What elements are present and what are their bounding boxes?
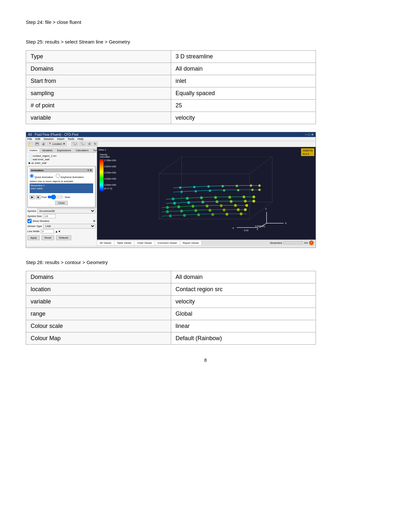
tab-outline[interactable]: Outline: [27, 148, 39, 153]
table26-cell-label: location: [26, 283, 171, 296]
play-button[interactable]: ▶: [30, 195, 35, 199]
keyframe-anim-label[interactable]: Keyframe Animation: [56, 174, 84, 179]
tab-variables[interactable]: Variables: [40, 148, 54, 153]
menu-session[interactable]: Session: [44, 137, 54, 141]
table26-row: location Contact region src: [26, 283, 316, 296]
show-streams-checkbox[interactable]: [27, 219, 32, 223]
anim-item-streamline[interactable]: Streamline 1: [30, 184, 93, 187]
svg-point-29: [214, 196, 217, 199]
tab-calculators[interactable]: Calculators: [74, 148, 91, 153]
menu-help[interactable]: Help: [78, 137, 84, 141]
table25-row: Start from inlet: [26, 75, 316, 87]
svg-text:Y: Y: [265, 208, 267, 211]
defaults-button[interactable]: Defaults: [56, 235, 71, 240]
ansys-logo: ANSYSR14.5: [301, 148, 314, 156]
progress-icon: ⊡: [309, 241, 314, 245]
svg-point-53: [258, 189, 260, 191]
table26-cell-value: linear: [171, 320, 316, 332]
table26-row: range Global: [26, 308, 316, 320]
velocity-title: Velocity: [100, 153, 116, 156]
cfd-3d-viewport: View 1 ANSYSR14.5 Velocity cold water 2.…: [97, 147, 316, 246]
keyframe-anim-radio[interactable]: [56, 174, 60, 178]
tab-3d-viewer[interactable]: 3D Viewer: [97, 241, 114, 245]
stream-type-select[interactable]: LINE: [43, 224, 95, 229]
svg-point-16: [209, 209, 211, 212]
svg-point-6: [166, 206, 169, 209]
reset-button[interactable]: Reset: [42, 235, 54, 240]
table25-cell-label: Type: [26, 51, 171, 63]
symbol-row: Symbol Arrowhead3D: [27, 209, 95, 213]
toolbar-btn-fit[interactable]: ⊡: [87, 142, 92, 146]
svg-point-24: [226, 213, 229, 216]
table25-row: sampling Equally spaced: [26, 87, 316, 100]
tree-outer-wall[interactable]: ▶ 🗂 outer_wall: [27, 161, 95, 165]
quick-anim-label[interactable]: Quick Animation: [30, 174, 53, 179]
tab-report-viewer[interactable]: Report Viewer: [180, 241, 202, 245]
table26-cell-label: range: [26, 308, 171, 320]
show-streams-label: Show Streams: [33, 220, 49, 222]
apply-button[interactable]: Apply: [27, 235, 40, 240]
svg-point-52: [251, 189, 253, 191]
tree-contact-region[interactable]: 📄 contact_region_2 src: [27, 154, 95, 158]
table25-cell-value: velocity: [171, 112, 316, 124]
svg-point-49: [209, 190, 211, 192]
svg-marker-0: [159, 202, 272, 219]
tree-wall-inner[interactable]: 📄 wall inner_wall: [27, 158, 95, 161]
svg-point-50: [223, 189, 225, 192]
menu-insert[interactable]: Insert: [57, 137, 64, 141]
menu-file[interactable]: File: [27, 137, 32, 141]
menu-tools[interactable]: Tools: [68, 137, 74, 141]
progress-bar: [283, 241, 303, 244]
3d-viz-svg: X Y Z 0 0.000 (m) 0.03: [113, 157, 312, 236]
svg-point-14: [180, 210, 183, 212]
toolbar-btn-2[interactable]: 💾: [34, 142, 40, 146]
svg-point-37: [230, 200, 233, 203]
animate-list[interactable]: Streamline 1 color water: [30, 183, 93, 193]
svg-point-47: [181, 191, 183, 193]
tab-expressions[interactable]: Expressions: [55, 148, 73, 153]
animation-label: Animation: [31, 169, 44, 172]
tab-chart-viewer[interactable]: Chart Viewer: [134, 241, 155, 245]
toolbar-btn-zoom[interactable]: 🔍+: [71, 142, 79, 146]
toolbar-btn-location[interactable]: 📍 Location ▼: [47, 142, 67, 146]
tab-table-viewer[interactable]: Table Viewer: [114, 241, 135, 245]
line-width-input[interactable]: [41, 229, 54, 233]
svg-text:0.03: 0.03: [244, 229, 249, 232]
cfd-left-panel: Outline Variables Expressions Calculator…: [26, 147, 97, 246]
svg-point-28: [200, 196, 203, 199]
table26-cell-value: Default (Rainbow): [171, 332, 316, 345]
menu-edit[interactable]: Edit: [35, 137, 41, 141]
svg-point-21: [183, 214, 186, 217]
svg-point-39: [252, 200, 255, 203]
toolbar-btn-1[interactable]: 📁: [27, 142, 33, 146]
speed-slider[interactable]: [47, 194, 64, 200]
symbol-size-input[interactable]: [43, 214, 56, 218]
table26-cell-value: Global: [171, 308, 316, 320]
table25-cell-label: sampling: [26, 87, 171, 100]
stream-type-row: Stream Type LINE: [27, 224, 95, 229]
svg-point-34: [187, 201, 190, 204]
symbol-label: Symbol: [27, 210, 36, 212]
outline-tabs: Outline Variables Expressions Calculator…: [27, 148, 95, 153]
table25-cell-value: inlet: [171, 75, 316, 87]
step24-heading: Step 24: file > close fluent: [26, 19, 385, 25]
toolbar-btn-zoom-out[interactable]: 🔍-: [79, 142, 86, 146]
line-width-spinner[interactable]: ▲▼: [55, 230, 61, 233]
anim-item-water[interactable]: color water: [30, 187, 93, 190]
toolbar-btn-rotate[interactable]: ↻: [93, 142, 98, 146]
quick-anim-radio[interactable]: [30, 174, 34, 178]
svg-point-42: [207, 185, 210, 188]
animation-close-btn[interactable]: Close: [55, 201, 67, 205]
panel-bottom-buttons: Apply Reset Defaults: [27, 235, 95, 240]
cfd-main-area: Outline Variables Expressions Calculator…: [26, 147, 316, 246]
svg-point-48: [195, 190, 197, 192]
svg-point-22: [197, 213, 200, 216]
svg-point-13: [166, 210, 169, 213]
table25-cell-value: All domain: [171, 63, 316, 75]
stop-button[interactable]: ■: [36, 195, 41, 199]
tab-comment-viewer[interactable]: Comment Viewer: [155, 241, 180, 245]
table26-cell-value: Contact region src: [171, 283, 316, 296]
toolbar-btn-3[interactable]: 🖨: [41, 142, 46, 146]
symbol-select[interactable]: Arrowhead3D: [37, 209, 95, 213]
svg-text:0: 0: [233, 227, 234, 229]
